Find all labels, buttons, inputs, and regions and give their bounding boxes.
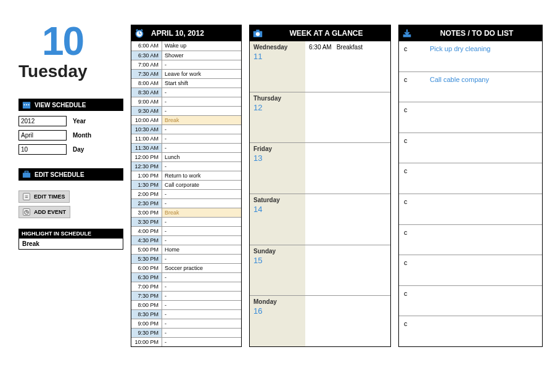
clock-icon: ◷	[23, 208, 30, 216]
schedule-row[interactable]: 9:00 PM-	[131, 319, 241, 328]
highlight-value[interactable]: Break	[18, 239, 123, 250]
add-event-button[interactable]: ◷ ADD EVENT	[18, 206, 70, 218]
schedule-row[interactable]: 8:30 AM-	[131, 88, 241, 97]
week-event: 6:30 AMBreakfast	[309, 44, 387, 51]
note-row[interactable]: c	[399, 163, 542, 194]
note-row[interactable]: cPick up dry cleaning	[399, 41, 542, 71]
schedule-event: -	[162, 282, 241, 291]
schedule-event: -	[162, 236, 241, 245]
week-day-number: 14	[253, 205, 302, 214]
schedule-event: -	[162, 255, 241, 263]
schedule-time: 2:00 PM	[131, 190, 162, 198]
schedule-row[interactable]: 8:00 PM-	[131, 300, 241, 309]
view-schedule-header: VIEW SCHEDULE	[18, 99, 123, 111]
schedule-row[interactable]: 1:00 PMReturn to work	[131, 171, 241, 180]
schedule-time: 6:30 PM	[131, 273, 162, 282]
day-input[interactable]	[18, 144, 67, 155]
note-row[interactable]: c	[399, 224, 542, 255]
schedule-row[interactable]: 8:00 AMStart shift	[131, 78, 241, 88]
schedule-row[interactable]: 2:00 PM-	[131, 189, 241, 198]
year-row: Year	[18, 116, 123, 126]
week-day-number: 15	[253, 256, 302, 265]
note-row[interactable]: c	[399, 194, 542, 224]
schedule-row[interactable]: 5:30 PM-	[131, 254, 241, 263]
note-mark: c	[404, 137, 411, 144]
schedule-row[interactable]: 12:00 PMLunch	[131, 152, 241, 161]
year-input[interactable]	[18, 116, 67, 126]
schedule-row[interactable]: 2:30 PM-	[131, 198, 241, 208]
week-day-number: 13	[253, 153, 302, 163]
schedule-event: Wake up	[162, 41, 241, 51]
notes-column: NOTES / TO DO LIST cPick up dry cleaning…	[398, 25, 543, 347]
week-day-name: Sunday	[253, 248, 302, 255]
schedule-row[interactable]: 10:30 AM-	[131, 125, 241, 134]
schedule-row[interactable]: 7:00 AM-	[131, 60, 241, 69]
schedule-row[interactable]: 7:30 PM-	[131, 291, 241, 300]
schedule-time: 6:30 AM	[131, 51, 162, 60]
schedule-event: Shower	[162, 51, 241, 60]
schedule-event: -	[162, 227, 241, 235]
clock-header-icon	[134, 28, 145, 39]
schedule-row[interactable]: 10:00 PM-	[131, 337, 241, 346]
schedule-row[interactable]: 3:00 PMBreak	[131, 208, 241, 217]
schedule-event: Start shift	[162, 79, 241, 88]
month-input[interactable]	[18, 130, 67, 141]
note-mark: c	[404, 198, 411, 205]
schedule-time: 4:00 PM	[131, 227, 162, 235]
schedule-row[interactable]: 1:30 PMCall corporate	[131, 180, 241, 189]
week-day[interactable]: Wednesday116:30 AMBreakfast	[250, 41, 390, 92]
schedule-row[interactable]: 5:00 PMHome	[131, 245, 241, 254]
week-day-number: 11	[253, 52, 302, 61]
note-row[interactable]: cCall cable company	[399, 71, 542, 102]
note-mark: c	[404, 259, 411, 266]
schedule-row[interactable]: 9:30 AM-	[131, 106, 241, 115]
week-day-items	[305, 296, 390, 346]
schedule-time: 3:30 PM	[131, 218, 162, 226]
schedule-row[interactable]: 4:00 PM-	[131, 226, 241, 235]
week-day[interactable]: Friday13	[250, 142, 390, 194]
schedule-row[interactable]: 6:00 AMWake up	[131, 41, 241, 51]
schedule-row[interactable]: 8:30 PM-	[131, 309, 241, 319]
add-event-label: ADD EVENT	[34, 209, 66, 215]
week-day[interactable]: Saturday14	[250, 194, 390, 245]
week-day[interactable]: Sunday15	[250, 245, 390, 296]
day-label: Day	[73, 146, 84, 153]
schedule-row[interactable]: 11:00 AM-	[131, 134, 241, 143]
schedule-row[interactable]: 4:30 PM-	[131, 235, 241, 245]
week-header: WEEK AT A GLANCE	[250, 25, 390, 41]
schedule-time: 2:30 PM	[131, 199, 162, 208]
schedule-time: 8:30 PM	[131, 310, 162, 319]
schedule-time: 11:00 AM	[131, 134, 162, 143]
schedule-row[interactable]: 11:30 AM-	[131, 143, 241, 152]
svg-rect-6	[25, 171, 28, 173]
week-day-label: Saturday14	[250, 194, 305, 245]
schedule-row[interactable]: 3:30 PM-	[131, 217, 241, 226]
note-row[interactable]: c	[399, 255, 542, 285]
note-row[interactable]: c	[399, 285, 542, 316]
schedule-row[interactable]: 9:30 PM-	[131, 328, 241, 337]
day-name: Tuesday	[18, 62, 123, 81]
svg-rect-2	[24, 105, 25, 106]
schedule-row[interactable]: 6:30 AMShower	[131, 51, 241, 60]
schedule-time: 10:00 AM	[131, 116, 162, 125]
schedule-row[interactable]: 6:30 PM-	[131, 272, 241, 282]
schedule-event: -	[162, 310, 241, 319]
schedule-row[interactable]: 10:00 AMBreak	[131, 115, 241, 125]
schedule-event: -	[162, 329, 241, 337]
note-row[interactable]: c	[399, 133, 542, 163]
edit-times-button[interactable]: ≡ EDIT TIMES	[18, 190, 70, 203]
schedule-row[interactable]: 7:00 PM-	[131, 282, 241, 291]
week-day[interactable]: Monday16	[250, 295, 390, 346]
note-row[interactable]: c	[399, 102, 542, 133]
week-day-number: 12	[253, 103, 302, 112]
schedule-time: 7:30 AM	[131, 70, 162, 78]
week-day[interactable]: Thursday12	[250, 92, 390, 143]
schedule-row[interactable]: 9:00 AM-	[131, 97, 241, 106]
schedule-time: 7:00 PM	[131, 282, 162, 291]
week-day-label: Sunday15	[250, 245, 305, 296]
schedule-row[interactable]: 12:30 PM-	[131, 161, 241, 171]
note-row[interactable]: c	[399, 316, 542, 346]
schedule-row[interactable]: 6:00 PMSoccer practice	[131, 263, 241, 272]
svg-point-12	[256, 32, 260, 36]
schedule-row[interactable]: 7:30 AMLeave for work	[131, 69, 241, 78]
